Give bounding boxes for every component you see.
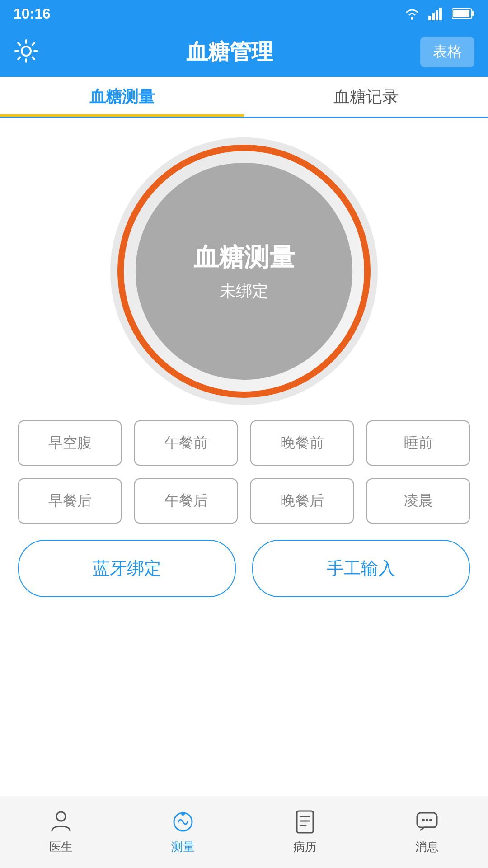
nav-label-records: 病历 xyxy=(293,839,317,855)
status-time: 10:16 xyxy=(14,5,51,22)
signal-icon xyxy=(428,7,445,20)
circle-inner: 血糖测量 未绑定 xyxy=(136,163,352,380)
svg-rect-7 xyxy=(453,10,469,17)
svg-rect-3 xyxy=(436,10,438,20)
svg-point-18 xyxy=(426,819,428,821)
measure-icon xyxy=(170,809,196,835)
wifi-icon xyxy=(403,7,421,20)
time-btn-2[interactable]: 晚餐前 xyxy=(250,420,354,466)
battery-icon xyxy=(452,8,474,19)
records-icon xyxy=(292,809,318,835)
settings-icon[interactable] xyxy=(14,38,39,66)
time-btn-0[interactable]: 早空腹 xyxy=(18,420,122,466)
manual-input-button[interactable]: 手工输入 xyxy=(252,540,470,597)
header-title: 血糖管理 xyxy=(39,38,420,66)
circle-sub-text: 未绑定 xyxy=(220,280,268,302)
circle-main-text: 血糖测量 xyxy=(193,241,295,275)
svg-point-11 xyxy=(181,812,185,816)
svg-point-19 xyxy=(429,819,432,821)
status-bar: 10:16 xyxy=(0,0,488,27)
nav-item-measure[interactable]: 测量 xyxy=(122,809,244,855)
time-btn-7[interactable]: 凌晨 xyxy=(366,478,470,524)
svg-rect-2 xyxy=(432,13,435,20)
svg-point-8 xyxy=(22,47,31,56)
doctor-icon xyxy=(48,809,74,835)
svg-point-17 xyxy=(422,819,425,821)
nav-item-records[interactable]: 病历 xyxy=(244,809,366,855)
svg-rect-1 xyxy=(428,16,431,20)
time-btn-5[interactable]: 午餐后 xyxy=(134,478,238,524)
tab-record[interactable]: 血糖记录 xyxy=(244,77,488,117)
header: 血糖管理 表格 xyxy=(0,27,488,77)
nav-label-measure: 测量 xyxy=(171,839,195,855)
messages-icon xyxy=(414,809,440,835)
time-grid: 早空腹 午餐前 晚餐前 睡前 早餐后 午餐后 晚餐后 凌晨 xyxy=(18,420,470,524)
main-content: 血糖测量 未绑定 早空腹 午餐前 晚餐前 睡前 早餐后 午餐后 晚餐后 凌晨 蓝… xyxy=(0,118,488,597)
time-btn-6[interactable]: 晚餐后 xyxy=(250,478,354,524)
nav-label-doctor: 医生 xyxy=(49,839,73,855)
svg-rect-12 xyxy=(297,811,313,833)
tab-measure-indicator xyxy=(0,114,244,117)
time-btn-4[interactable]: 早餐后 xyxy=(18,478,122,524)
status-icons xyxy=(403,7,474,20)
circle-outer[interactable]: 血糖测量 未绑定 xyxy=(117,145,371,398)
nav-item-messages[interactable]: 消息 xyxy=(366,809,488,855)
nav-label-messages: 消息 xyxy=(415,839,439,855)
time-btn-1[interactable]: 午餐前 xyxy=(134,420,238,466)
action-buttons: 蓝牙绑定 手工输入 xyxy=(18,540,470,597)
svg-point-0 xyxy=(411,17,413,20)
bluetooth-bind-button[interactable]: 蓝牙绑定 xyxy=(18,540,236,597)
tab-measure[interactable]: 血糖测量 xyxy=(0,77,244,117)
svg-point-9 xyxy=(56,812,66,821)
svg-rect-4 xyxy=(439,8,442,20)
bottom-nav: 医生 测量 病历 消息 xyxy=(0,796,488,868)
table-button[interactable]: 表格 xyxy=(420,37,474,67)
tabs: 血糖测量 血糖记录 xyxy=(0,77,488,118)
nav-item-doctor[interactable]: 医生 xyxy=(0,809,122,855)
time-btn-3[interactable]: 睡前 xyxy=(366,420,470,466)
svg-rect-6 xyxy=(472,11,474,16)
circle-container: 血糖测量 未绑定 xyxy=(18,145,470,398)
tab-record-indicator xyxy=(244,114,488,117)
